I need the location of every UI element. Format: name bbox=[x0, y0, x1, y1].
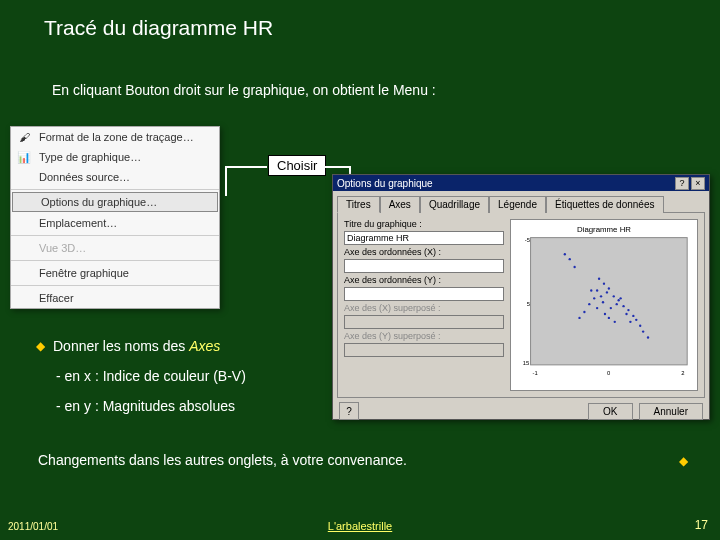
bullet-y: - en y : Magnitudes absolues bbox=[56, 398, 235, 414]
diamond-icon: ◆ bbox=[36, 339, 45, 353]
bullet-em: Axes bbox=[189, 338, 220, 354]
footer-center-link[interactable]: L'arbalestrille bbox=[328, 520, 392, 532]
y-axis-input[interactable] bbox=[344, 287, 504, 301]
chart-title-label: Titre du graphique : bbox=[344, 219, 504, 229]
preview-title: Diagramme HR bbox=[577, 225, 631, 234]
cancel-button[interactable]: Annuler bbox=[639, 403, 703, 420]
svg-text:5: 5 bbox=[527, 301, 531, 307]
menu-item-type[interactable]: 📊 Type de graphique… bbox=[11, 147, 219, 167]
tab-legende[interactable]: Légende bbox=[489, 196, 546, 213]
svg-point-26 bbox=[573, 266, 575, 268]
help-button[interactable]: ? bbox=[675, 177, 689, 190]
bullet-text: Donner les noms des bbox=[53, 338, 189, 354]
svg-point-25 bbox=[569, 258, 571, 260]
svg-text:-5: -5 bbox=[525, 237, 531, 243]
blank-icon bbox=[15, 169, 33, 185]
chart-title-input[interactable] bbox=[344, 231, 504, 245]
blank-icon bbox=[15, 290, 33, 306]
svg-point-11 bbox=[632, 315, 634, 317]
tab-etiquettes[interactable]: Étiquettes de données bbox=[546, 196, 664, 213]
svg-point-28 bbox=[647, 336, 649, 338]
menu-item-source[interactable]: Données source… bbox=[11, 167, 219, 187]
scatter-preview-icon: Diagramme HR -5 5 15 bbox=[511, 220, 697, 386]
svg-point-4 bbox=[596, 289, 598, 291]
svg-point-7 bbox=[593, 297, 595, 299]
svg-point-22 bbox=[604, 313, 606, 315]
svg-point-6 bbox=[617, 299, 619, 301]
svg-point-23 bbox=[596, 307, 598, 309]
choisir-label: Choisir bbox=[268, 155, 326, 176]
dialog-panel: Titre du graphique : Axe des ordonnées (… bbox=[337, 212, 705, 398]
svg-point-17 bbox=[600, 295, 602, 297]
svg-point-10 bbox=[588, 303, 590, 305]
svg-point-12 bbox=[635, 319, 637, 321]
footer-page-number: 17 bbox=[695, 518, 708, 532]
svg-point-1 bbox=[598, 278, 600, 280]
x2-axis-label: Axe des (X) superposé : bbox=[344, 303, 504, 313]
svg-point-14 bbox=[639, 325, 641, 327]
menu-item-fenetre[interactable]: Fenêtre graphique bbox=[11, 263, 219, 283]
svg-point-5 bbox=[613, 295, 615, 297]
svg-point-18 bbox=[616, 303, 618, 305]
bullet-x: - en x : Indice de couleur (B-V) bbox=[56, 368, 246, 384]
arrow-left-v bbox=[225, 166, 227, 196]
menu-item-emplacement[interactable]: Emplacement… bbox=[11, 213, 219, 233]
svg-point-9 bbox=[627, 309, 629, 311]
tab-titres[interactable]: Titres bbox=[337, 196, 380, 213]
menu-separator bbox=[11, 260, 219, 261]
tab-axes[interactable]: Axes bbox=[380, 196, 420, 213]
menu-item-3d: Vue 3D… bbox=[11, 238, 219, 258]
y2-axis-input bbox=[344, 343, 504, 357]
x-axis-input[interactable] bbox=[344, 259, 504, 273]
menu-label: Vue 3D… bbox=[39, 242, 86, 254]
menu-label: Fenêtre graphique bbox=[39, 267, 129, 279]
close-button[interactable]: × bbox=[691, 177, 705, 190]
y2-axis-label: Axe des (Y) superposé : bbox=[344, 331, 504, 341]
diamond-icon: ◆ bbox=[679, 454, 688, 468]
bullet-axes: ◆ Donner les noms des Axes bbox=[36, 338, 220, 354]
paint-icon: 🖌 bbox=[15, 129, 33, 145]
menu-label: Format de la zone de traçage… bbox=[39, 131, 194, 143]
y-axis-label: Axe des ordonnées (Y) : bbox=[344, 275, 504, 285]
x2-axis-input bbox=[344, 315, 504, 329]
arrow-left bbox=[225, 166, 267, 168]
bullet-other: Changements dans les autres onglets, à v… bbox=[38, 452, 407, 468]
chart-icon: 📊 bbox=[15, 149, 33, 165]
dialog-help-button[interactable]: ? bbox=[339, 402, 359, 420]
ok-button[interactable]: OK bbox=[588, 403, 632, 420]
options-dialog: Options du graphique ? × Titres Axes Qua… bbox=[332, 174, 710, 420]
menu-label: Emplacement… bbox=[39, 217, 117, 229]
svg-point-24 bbox=[590, 289, 592, 291]
menu-item-options[interactable]: Options du graphique… bbox=[12, 192, 218, 212]
blank-icon bbox=[15, 265, 33, 281]
menu-separator bbox=[11, 189, 219, 190]
svg-point-33 bbox=[629, 321, 631, 323]
blank-icon bbox=[15, 240, 33, 256]
menu-item-format[interactable]: 🖌 Format de la zone de traçage… bbox=[11, 127, 219, 147]
tab-quadrillage[interactable]: Quadrillage bbox=[420, 196, 489, 213]
chart-preview: Diagramme HR -5 5 15 bbox=[510, 219, 698, 391]
dialog-tabs: Titres Axes Quadrillage Légende Étiquett… bbox=[333, 191, 709, 212]
menu-label: Données source… bbox=[39, 171, 130, 183]
svg-point-20 bbox=[625, 313, 627, 315]
context-menu: 🖌 Format de la zone de traçage… 📊 Type d… bbox=[10, 126, 220, 309]
svg-point-19 bbox=[619, 297, 621, 299]
svg-point-16 bbox=[606, 291, 608, 293]
menu-item-effacer[interactable]: Effacer bbox=[11, 288, 219, 308]
svg-rect-0 bbox=[531, 238, 688, 365]
dialog-titlebar: Options du graphique ? × bbox=[333, 175, 709, 191]
x-axis-label: Axe des ordonnées (X) : bbox=[344, 247, 504, 257]
dialog-footer: ? OK Annuler bbox=[333, 398, 709, 424]
svg-point-27 bbox=[564, 253, 566, 255]
menu-label: Options du graphique… bbox=[41, 196, 157, 208]
svg-point-8 bbox=[622, 305, 624, 307]
svg-point-32 bbox=[602, 301, 604, 303]
menu-separator bbox=[11, 235, 219, 236]
footer-date: 2011/01/01 bbox=[8, 521, 58, 532]
blank-icon bbox=[17, 194, 35, 210]
blank-icon bbox=[15, 215, 33, 231]
svg-point-15 bbox=[578, 317, 580, 319]
svg-point-29 bbox=[642, 330, 644, 332]
menu-label: Effacer bbox=[39, 292, 74, 304]
menu-label: Type de graphique… bbox=[39, 151, 141, 163]
